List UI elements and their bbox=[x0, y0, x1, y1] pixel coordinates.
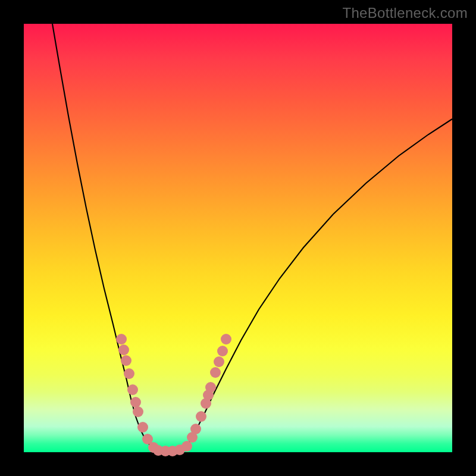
chart-stage: TheBottleneck.com bbox=[0, 0, 476, 476]
curve-left bbox=[52, 24, 155, 449]
bead bbox=[210, 367, 221, 378]
chart-svg bbox=[24, 24, 452, 452]
plot-area bbox=[24, 24, 452, 452]
bead bbox=[196, 411, 206, 422]
bead bbox=[217, 346, 228, 356]
bead bbox=[127, 384, 138, 395]
bead bbox=[116, 334, 127, 345]
beads-left-group bbox=[116, 334, 159, 453]
beads-right-group bbox=[181, 334, 231, 452]
bead bbox=[214, 356, 224, 367]
bead bbox=[124, 368, 134, 379]
bead bbox=[133, 406, 143, 417]
curve-right bbox=[184, 119, 452, 449]
bead bbox=[121, 355, 131, 366]
beads-valley-group bbox=[153, 444, 185, 456]
bead bbox=[137, 422, 148, 433]
bead bbox=[221, 334, 231, 345]
bead bbox=[118, 345, 129, 355]
bead bbox=[190, 424, 201, 434]
watermark-text: TheBottleneck.com bbox=[342, 5, 468, 21]
bead bbox=[205, 382, 216, 393]
bead bbox=[181, 441, 192, 452]
bead bbox=[130, 397, 141, 408]
